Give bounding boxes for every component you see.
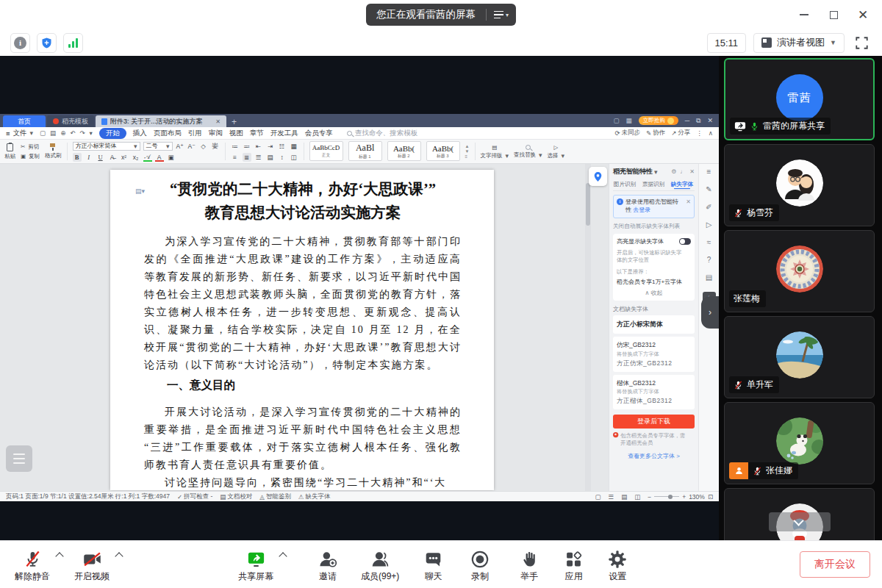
font-name-select[interactable]: 方正小标宋简体▾: [73, 142, 140, 151]
raise-hand-button[interactable]: 举手: [520, 549, 538, 581]
missing-font-indicator[interactable]: ⚠ 缺失字体: [298, 492, 331, 501]
settings-button[interactable]: 设置: [608, 549, 627, 581]
align-left-button[interactable]: ≡: [231, 153, 240, 162]
document-page[interactable]: ▤▾ “贯彻党的二十大精神，办好‘大思政课’” 教育思想大讨论活动实施方案 为深…: [110, 170, 494, 490]
collaborate-button[interactable]: ✎ 协作: [646, 129, 665, 137]
tab-close-icon[interactable]: ✕: [215, 118, 220, 125]
style-gallery-scroll[interactable]: ▲▼≡: [465, 141, 470, 162]
menu-tab-references[interactable]: 引用: [188, 129, 202, 138]
scrollbar-thumb[interactable]: [586, 183, 590, 226]
share-options-chevron[interactable]: [279, 552, 287, 560]
banner-menu-button[interactable]: ▾: [487, 4, 516, 26]
security-button[interactable]: [37, 33, 57, 53]
scroll-more-overlay[interactable]: [769, 512, 831, 531]
clear-format-button[interactable]: ◇: [199, 142, 208, 151]
meeting-info-button[interactable]: i: [10, 33, 30, 53]
text-tool-button[interactable]: ▤ 文字排版▾: [481, 141, 509, 162]
menu-tab-view[interactable]: 视图: [229, 129, 243, 138]
close-button[interactable]: ✕: [850, 4, 876, 26]
decrease-indent-button[interactable]: ⇤: [254, 142, 263, 151]
bookmark-icon[interactable]: ▤▾: [135, 187, 145, 195]
panel-tab-image[interactable]: 图片识别: [614, 180, 636, 187]
sync-status[interactable]: ⟳ 未同步: [614, 129, 640, 137]
record-button[interactable]: 录制: [470, 549, 490, 581]
view-mode-dropdown[interactable]: 演讲者视图 ▼: [753, 33, 845, 53]
location-pin-button[interactable]: [589, 167, 607, 186]
increase-indent-button[interactable]: ⇥: [266, 142, 275, 151]
zoom-out-icon[interactable]: −: [648, 493, 651, 501]
panel-tab-receipt[interactable]: 票据识别: [642, 180, 664, 187]
style-heading2[interactable]: AaBb( 标题 2: [387, 141, 421, 161]
line-spacing-button[interactable]: ↕: [278, 153, 287, 162]
menu-tab-review[interactable]: 审阅: [209, 129, 223, 138]
tip-close-icon[interactable]: ✕: [686, 198, 691, 215]
format-painter-button[interactable]: 格式刷: [45, 141, 62, 162]
participant-tile[interactable]: 张莲梅: [724, 230, 875, 312]
help-icon[interactable]: ?: [707, 257, 711, 264]
quick-access-toolbar[interactable]: ▢ ▤ ⊕ ↶ ↷ ▾: [40, 129, 93, 137]
unmute-button[interactable]: 解除静音: [15, 549, 50, 581]
panel-bell-icon[interactable]: ♩: [680, 168, 686, 175]
split-view-icon[interactable]: ▢: [614, 117, 620, 124]
view-outline-icon[interactable]: ☰: [609, 493, 614, 501]
wps-minimize-button[interactable]: ─: [685, 117, 689, 124]
proofing-toggle[interactable]: ▤ 文档校对: [220, 492, 252, 501]
shading-button[interactable]: ◫: [290, 153, 298, 162]
menu-tab-insert[interactable]: 插入: [133, 129, 147, 138]
auto-show-link[interactable]: 关闭自动展示缺失字体列表: [613, 222, 690, 229]
new-icon[interactable]: ▢: [40, 129, 46, 137]
number-list-button[interactable]: ≕: [243, 142, 251, 151]
paragraph-mark-button[interactable]: ☷: [278, 142, 287, 151]
subscript-button[interactable]: x₂: [132, 153, 140, 162]
decrease-font-button[interactable]: A⁻: [187, 142, 196, 151]
chat-button[interactable]: 聊天: [424, 549, 442, 581]
unmute-options-chevron[interactable]: [55, 552, 63, 560]
missing-font-item[interactable]: 仿宋_GB2312 将替换成下方字体 方正仿宋_GB2312: [613, 337, 695, 372]
participant-tile-partial[interactable]: [724, 488, 875, 540]
apps-button[interactable]: 应用: [564, 549, 583, 581]
collapse-link[interactable]: ∧ 收起: [617, 289, 691, 297]
undo-icon[interactable]: ↶: [70, 129, 75, 137]
bold-button[interactable]: B: [73, 153, 82, 162]
more-fonts-link[interactable]: 查看更多公文字体 >: [613, 452, 695, 460]
cursor-icon[interactable]: ▷: [706, 221, 712, 229]
wps-tab-docer[interactable]: 稻壳模板: [47, 115, 94, 127]
minimize-button[interactable]: [791, 4, 817, 26]
go-login-link[interactable]: 去登录: [633, 207, 650, 213]
promo-button[interactable]: 立即抢购: [639, 116, 678, 125]
view-split-icon[interactable]: ◫: [634, 493, 640, 501]
zoom-control[interactable]: − + 130% ⊡: [648, 493, 713, 501]
panel-close-icon[interactable]: ✕: [689, 168, 695, 175]
menu-tab-section[interactable]: 章节: [250, 129, 264, 138]
edit-icon[interactable]: ✎: [706, 186, 711, 193]
zoom-slider[interactable]: [654, 496, 679, 498]
pen-icon[interactable]: ✐: [706, 204, 711, 211]
cut-button[interactable]: ✂ 剪切: [21, 143, 40, 151]
spellcheck-toggle[interactable]: ✓ 拼写检查 -: [177, 492, 212, 501]
style-heading3[interactable]: AaBb( 标题 3: [426, 141, 460, 161]
strikethrough-button[interactable]: A̶: [108, 153, 117, 162]
participant-tile[interactable]: 杨雪芬: [724, 144, 875, 226]
zoom-in-icon[interactable]: +: [682, 493, 686, 501]
underline-button[interactable]: U: [96, 153, 105, 162]
wps-tab-document[interactable]: 附件3: 关于开...活动的实施方案 ✕: [96, 115, 226, 127]
network-quality-button[interactable]: [63, 33, 83, 53]
wps-restore-button[interactable]: ⧉: [696, 117, 700, 125]
bullet-list-button[interactable]: ≔: [231, 142, 240, 151]
font-color-button[interactable]: A: [155, 153, 164, 162]
fullscreen-button[interactable]: [852, 33, 872, 53]
increase-font-button[interactable]: A⁺: [176, 142, 184, 151]
image-icon[interactable]: ▤: [706, 274, 712, 282]
more-menu-icon[interactable]: ⋮: [696, 129, 703, 137]
video-options-chevron[interactable]: [115, 552, 123, 560]
menu-tab-home[interactable]: 开始: [99, 128, 126, 139]
wps-close-button[interactable]: ✕: [707, 117, 713, 124]
justify-button[interactable]: ▤: [266, 153, 275, 162]
meeting-list-toggle-button[interactable]: [6, 445, 32, 472]
share-button[interactable]: ↗ 分享: [671, 129, 690, 137]
fit-page-icon[interactable]: ⊡: [708, 493, 713, 501]
highlight-toggle[interactable]: [679, 238, 691, 245]
members-button[interactable]: 成员(99+): [361, 549, 399, 581]
style-normal[interactable]: AaBbCcD 正文: [309, 141, 343, 161]
invite-button[interactable]: 邀请: [318, 549, 337, 581]
